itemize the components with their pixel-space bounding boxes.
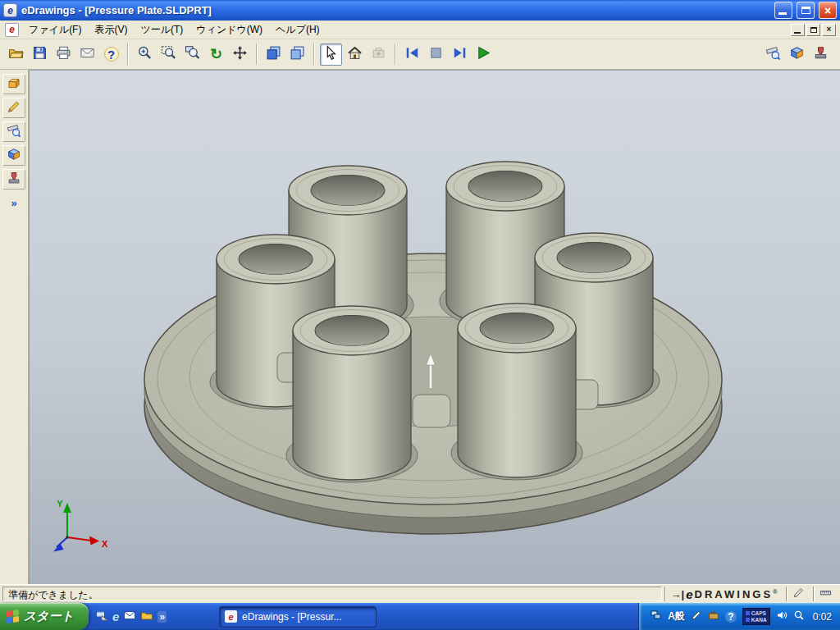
next-view-button[interactable] xyxy=(449,43,471,66)
minimize-button[interactable] xyxy=(774,2,792,19)
edrawings-app-icon: e xyxy=(3,3,17,17)
print-button[interactable] xyxy=(52,43,75,66)
menu-tools[interactable]: ツール(T) xyxy=(134,21,189,39)
document-icon-letter: e xyxy=(9,24,15,35)
quick-launch-overflow-button[interactable]: » xyxy=(158,611,167,623)
stamp-button[interactable] xyxy=(810,43,832,66)
sidebar-components-button[interactable] xyxy=(2,74,25,94)
internet-explorer-icon[interactable]: e xyxy=(112,610,119,623)
measure-button[interactable] xyxy=(762,43,784,66)
sidebar-stamp-button[interactable] xyxy=(2,169,25,189)
rotate-button[interactable]: ↻ xyxy=(205,43,227,66)
open-folder-icon xyxy=(8,45,24,64)
home-icon xyxy=(347,45,363,64)
triad-y-label: Y xyxy=(57,499,63,509)
folder-icon[interactable] xyxy=(140,609,153,625)
caps-label: CAPS xyxy=(751,610,766,616)
sidebar-expand-button[interactable]: » xyxy=(2,193,25,213)
menu-help[interactable]: ヘルプ(H) xyxy=(269,21,326,39)
network-tray-icon[interactable] xyxy=(651,609,662,624)
window-title: eDrawings - [Pressure Plate.SLDPRT] xyxy=(21,4,770,16)
ime-pen-icon[interactable] xyxy=(691,609,702,624)
volume-tray-icon[interactable] xyxy=(776,609,788,624)
windows-flag-icon xyxy=(7,609,19,623)
maximize-button[interactable] xyxy=(797,2,815,19)
document-icon[interactable]: e xyxy=(5,23,19,37)
mdi-close-button[interactable]: × xyxy=(822,24,836,36)
open-button[interactable] xyxy=(5,43,27,66)
brand-arrow: →| xyxy=(671,588,685,600)
help-button[interactable]: ? xyxy=(100,43,122,66)
zoom-to-fit-button[interactable] xyxy=(158,43,180,66)
pressure-plate-model xyxy=(144,162,722,534)
previous-icon xyxy=(404,45,420,64)
help-icon: ? xyxy=(104,47,119,62)
next-icon xyxy=(452,45,468,64)
zoom-area-button[interactable] xyxy=(181,43,203,66)
play-animation-button[interactable] xyxy=(472,43,495,66)
brand-registered-mark: ® xyxy=(773,588,778,596)
markup-status-button[interactable] xyxy=(786,587,810,601)
start-button[interactable]: スタート xyxy=(0,603,89,630)
caps-kana-indicator[interactable]: CAPS KANA xyxy=(742,608,770,625)
sidebar-markup-button[interactable] xyxy=(2,98,25,118)
send-email-button[interactable] xyxy=(76,43,98,66)
task-button-label: eDrawings - [Pressur... xyxy=(242,611,341,623)
orientation-triad: Y X xyxy=(53,499,108,552)
menu-file[interactable]: ファイル(F) xyxy=(22,21,88,39)
mdi-minimize-button[interactable] xyxy=(791,24,805,36)
measure-icon xyxy=(765,45,781,64)
start-label: スタート xyxy=(24,609,74,624)
wireframe-view-button[interactable] xyxy=(286,43,308,66)
stamp-icon xyxy=(813,45,829,64)
titlebar: e eDrawings - [Pressure Plate.SLDPRT] × xyxy=(0,0,840,21)
taskbar-clock[interactable]: 0:02 xyxy=(810,611,832,623)
ime-tools-icon[interactable] xyxy=(708,609,719,624)
toolbar: ? ↻ xyxy=(0,39,840,70)
pan-icon xyxy=(232,45,248,64)
task-button-edrawings[interactable]: e eDrawings - [Pressur... xyxy=(219,606,377,628)
pan-button[interactable] xyxy=(229,43,251,66)
ime-help-icon[interactable]: ? xyxy=(725,611,737,623)
select-button[interactable] xyxy=(320,43,342,66)
previous-view-button[interactable] xyxy=(401,43,423,66)
caps-lamp xyxy=(746,611,750,615)
move-component-button[interactable] xyxy=(368,43,390,66)
app-icon-letter: e xyxy=(7,5,13,16)
ruler-icon xyxy=(819,587,832,601)
toolbar-separator xyxy=(395,43,396,65)
measure-status-button[interactable] xyxy=(813,587,838,601)
shaded-view-button[interactable] xyxy=(262,43,285,66)
statusbar: 準備ができました。 →|eDRAWINGS® xyxy=(0,584,840,603)
search-tray-icon[interactable] xyxy=(793,609,805,624)
save-button[interactable] xyxy=(29,43,51,66)
close-button[interactable]: × xyxy=(819,2,837,19)
mdi-restore-button[interactable] xyxy=(806,24,820,36)
show-desktop-icon[interactable] xyxy=(95,609,108,625)
sidebar-section-button[interactable] xyxy=(2,145,25,166)
minimize-icon xyxy=(778,12,787,15)
quick-launch-bar: e » xyxy=(89,603,173,630)
play-icon xyxy=(476,45,491,64)
viewport[interactable]: Y X xyxy=(29,70,840,584)
viewport-3d-canvas[interactable]: Y X xyxy=(29,70,840,584)
section-icon xyxy=(7,147,21,165)
zoom-button[interactable] xyxy=(134,43,156,66)
restore-icon xyxy=(810,27,817,33)
ime-mode-indicator[interactable]: A般 xyxy=(668,609,685,623)
home-view-button[interactable] xyxy=(344,43,366,66)
stamp-icon xyxy=(7,171,21,189)
stop-animation-button[interactable] xyxy=(425,43,447,66)
toolbar-separator xyxy=(313,43,315,65)
menu-view[interactable]: 表示(V) xyxy=(88,21,134,39)
zoom-area-icon xyxy=(185,45,200,64)
system-tray: A般 ? CAPS KANA 0:02 xyxy=(638,603,840,630)
sidebar-measure-button[interactable] xyxy=(2,121,25,142)
menu-window[interactable]: ウィンドウ(W) xyxy=(189,21,269,39)
maximize-icon xyxy=(801,7,810,14)
edrawings-task-icon: e xyxy=(225,610,237,623)
pencil-icon xyxy=(792,587,805,601)
select-arrow-icon xyxy=(323,45,339,64)
section-button[interactable] xyxy=(786,43,808,66)
mail-icon[interactable] xyxy=(123,609,136,625)
